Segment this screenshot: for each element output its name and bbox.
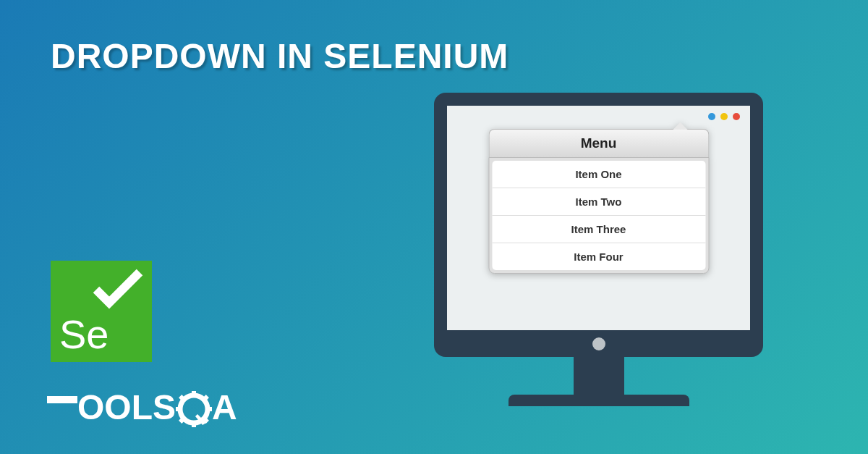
toolsqa-part2: A xyxy=(212,387,237,427)
menu-item[interactable]: Item Two xyxy=(492,188,705,216)
window-dot-red xyxy=(733,113,740,120)
menu-items-container: Item One Item Two Item Three Item Four xyxy=(488,157,709,274)
svg-rect-3 xyxy=(176,407,182,411)
menu-pointer-icon xyxy=(673,122,687,130)
monitor-illustration: Menu Item One Item Two Item Three Item F… xyxy=(434,93,763,426)
page-title: DROPDOWN IN SELENIUM xyxy=(51,36,509,76)
checkmark-icon xyxy=(90,268,145,311)
toolsqa-logo: OOLS A xyxy=(47,387,237,427)
selenium-text: Se xyxy=(59,311,109,358)
monitor-power-button xyxy=(592,337,605,350)
monitor-body: Menu Item One Item Two Item Three Item F… xyxy=(434,93,763,357)
menu-item[interactable]: Item Four xyxy=(492,243,705,270)
gear-icon xyxy=(176,391,212,427)
svg-rect-2 xyxy=(192,421,196,427)
selenium-logo: Se xyxy=(51,261,152,362)
t-letter-icon xyxy=(47,390,77,426)
window-dot-yellow xyxy=(720,113,728,120)
menu-item[interactable]: Item Three xyxy=(492,216,705,243)
menu-header: Menu xyxy=(488,129,709,157)
toolsqa-part1: OOLS xyxy=(77,387,176,427)
window-dot-blue xyxy=(708,113,715,120)
window-controls xyxy=(708,113,740,120)
menu-item[interactable]: Item One xyxy=(492,161,705,188)
svg-rect-1 xyxy=(192,391,196,398)
svg-rect-4 xyxy=(205,407,212,411)
monitor-base xyxy=(509,395,689,406)
monitor-screen: Menu Item One Item Two Item Three Item F… xyxy=(447,106,750,330)
dropdown-menu: Menu Item One Item Two Item Three Item F… xyxy=(488,129,709,274)
monitor-stand xyxy=(574,357,624,395)
